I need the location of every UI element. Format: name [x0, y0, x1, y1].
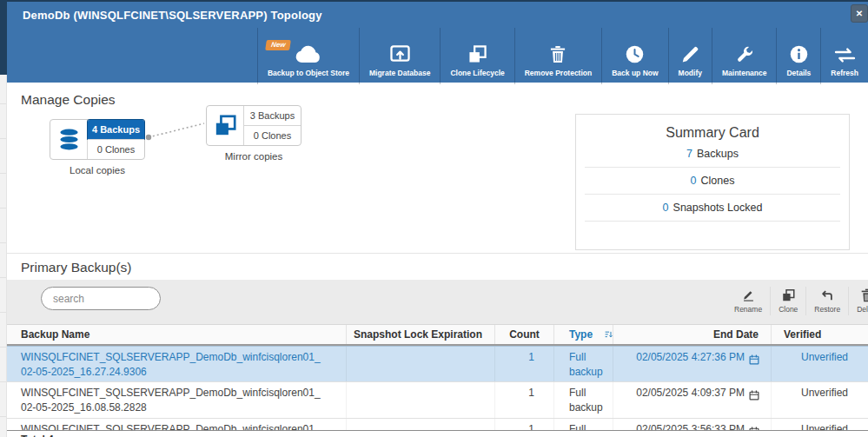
toolbar-button-label: Modify	[679, 69, 702, 77]
summary-card-title: Summary Card	[576, 115, 849, 141]
column-header-type[interactable]: Type	[553, 325, 613, 344]
back-up-now-button[interactable]: Back up Now	[601, 28, 667, 84]
summary-clones-value: 0	[691, 175, 697, 187]
action-label: Delete	[857, 305, 868, 314]
manage-copies-heading: Manage Copies	[21, 92, 116, 108]
summary-backups-value: 7	[686, 148, 692, 160]
clone-button[interactable]: Clone	[770, 287, 805, 315]
toolbar-button-label: Remove Protection	[525, 69, 592, 77]
action-label: Restore	[814, 305, 840, 314]
action-label: Rename	[734, 305, 762, 314]
backup-to-object-store-button[interactable]: New Backup to Object Store	[257, 28, 359, 84]
snapshot-lock-cell	[346, 382, 494, 418]
summary-snapshots-locked-label: Snapshots Locked	[673, 202, 763, 214]
clone-icon	[468, 43, 487, 63]
delete-button[interactable]: Delete	[848, 287, 868, 315]
trash-icon	[861, 288, 868, 302]
background-sidebar-sliver	[0, 0, 7, 437]
details-button[interactable]: Details	[776, 28, 820, 84]
end-date-text: 02/05/2025 4:09:37 PM	[636, 386, 745, 401]
trash-icon	[550, 43, 566, 63]
toolbar-button-label: Migrate Database	[369, 69, 430, 77]
section-divider	[7, 253, 868, 254]
verified-cell: Unverified	[771, 382, 868, 418]
topology-toolbar: New Backup to Object Store Migrate Datab…	[257, 28, 868, 84]
type-cell: Full backup	[553, 382, 613, 418]
table-row[interactable]: WINSQLFCINET_SQLSERVERAPP_DemoDb_winfcis…	[7, 346, 868, 382]
end-date-cell: 02/05/2025 4:09:37 PM	[613, 382, 771, 418]
local-copies-caption: Local copies	[50, 165, 145, 175]
topology-header: DemoDb (WINSQLFCINET\SQLSERVERAPP) Topol…	[7, 0, 868, 83]
summary-clones-label: Clones	[701, 175, 735, 187]
column-header-backup-name[interactable]: Backup Name	[7, 325, 346, 344]
calendar-icon	[749, 354, 759, 365]
clock-icon	[626, 43, 644, 63]
topology-pane: DemoDb (WINSQLFCINET\SQLSERVERAPP) Topol…	[0, 0, 868, 437]
remove-protection-button[interactable]: Remove Protection	[514, 28, 601, 84]
table-actions: Rename Clone Restore Delete	[726, 287, 868, 315]
info-icon	[790, 43, 808, 63]
search-input[interactable]	[42, 288, 161, 309]
count-cell: 1	[494, 382, 553, 418]
rename-button[interactable]: Rename	[726, 287, 770, 315]
cloud-icon: New	[295, 43, 321, 63]
modify-button[interactable]: Modify	[668, 28, 712, 84]
summary-backups-row: 7 Backups	[585, 141, 840, 168]
column-header-count[interactable]: Count	[494, 325, 553, 344]
mirror-backups-cell[interactable]: 3 Backups	[244, 106, 301, 125]
verified-cell: Unverified	[771, 347, 868, 381]
mirror-copies-card: 3 Backups 0 Clones	[206, 105, 301, 146]
column-header-end-date[interactable]: End Date	[613, 325, 771, 344]
mirror-copies-caption: Mirror copies	[206, 151, 301, 162]
count-cell: 1	[494, 347, 553, 381]
table-total: Total 4	[7, 430, 868, 437]
mirror-copies-cells: 3 Backups 0 Clones	[243, 106, 301, 145]
mirror-clones-cell[interactable]: 0 Clones	[244, 125, 301, 145]
backup-name-link[interactable]: WINSQLFCINET_SQLSERVERAPP_DemoDb_winfcis…	[7, 382, 346, 418]
maintenance-button[interactable]: Maintenance	[712, 28, 777, 84]
refresh-button[interactable]: Refresh	[820, 28, 868, 84]
page-title: DemoDb (WINSQLFCINET\SQLSERVERAPP) Topol…	[23, 9, 322, 22]
local-copies-card: 4 Backups 0 Clones	[50, 119, 145, 160]
column-header-verified[interactable]: Verified	[771, 325, 868, 344]
summary-snapshots-locked-value: 0	[663, 202, 669, 214]
search-box	[41, 287, 161, 310]
mirror-copies-icon	[207, 106, 243, 145]
toolbar-button-label: Clone Lifecycle	[450, 69, 504, 77]
clone-lifecycle-button[interactable]: Clone Lifecycle	[440, 28, 514, 84]
backup-name-link[interactable]: WINSQLFCINET_SQLSERVERAPP_DemoDb_winfcis…	[7, 347, 346, 381]
toolbar-button-label: Backup to Object Store	[268, 69, 349, 77]
migrate-database-button[interactable]: Migrate Database	[359, 28, 440, 84]
column-header-snapshot-lock[interactable]: Snapshot Lock Expiration	[346, 325, 494, 344]
summary-backups-label: Backups	[697, 148, 739, 160]
snapshot-lock-cell	[346, 347, 494, 381]
wrench-icon	[735, 43, 753, 63]
end-date-cell: 02/05/2025 4:27:36 PM	[613, 347, 771, 381]
table-header: Backup Name Snapshot Lock Expiration Cou…	[7, 324, 868, 346]
close-icon: ✕	[856, 9, 863, 18]
new-badge: New	[266, 40, 292, 50]
table-row[interactable]: WINSQLFCINET_SQLSERVERAPP_DemoDb_winfcis…	[7, 382, 868, 419]
summary-clones-row: 0 Clones	[585, 168, 840, 195]
restore-button[interactable]: Restore	[805, 287, 848, 315]
toolbar-button-label: Refresh	[831, 69, 858, 77]
background-sidebar-dark	[0, 0, 7, 75]
local-clones-cell[interactable]: 0 Clones	[88, 139, 144, 159]
summary-card: Summary Card 7 Backups 0 Clones 0 Snapsh…	[575, 114, 850, 250]
primary-backups-heading: Primary Backup(s)	[21, 260, 131, 275]
local-backups-cell[interactable]: 4 Backups	[88, 120, 144, 139]
sort-descending-icon	[605, 329, 613, 340]
summary-snapshots-locked-row: 0 Snapshots Locked	[585, 195, 840, 222]
toolbar-button-label: Maintenance	[722, 69, 767, 77]
local-copies-cells: 4 Backups 0 Clones	[87, 120, 144, 159]
calendar-icon	[749, 390, 759, 401]
action-label: Clone	[779, 305, 798, 314]
refresh-icon	[834, 43, 856, 63]
toolbar-button-label: Back up Now	[612, 69, 658, 77]
migrate-database-icon	[390, 43, 410, 63]
column-header-type-label: Type	[569, 328, 593, 341]
rename-icon	[742, 288, 755, 302]
close-button[interactable]: ✕	[851, 4, 868, 23]
clone-icon	[782, 288, 795, 302]
end-date-text: 02/05/2025 4:27:36 PM	[636, 350, 745, 365]
